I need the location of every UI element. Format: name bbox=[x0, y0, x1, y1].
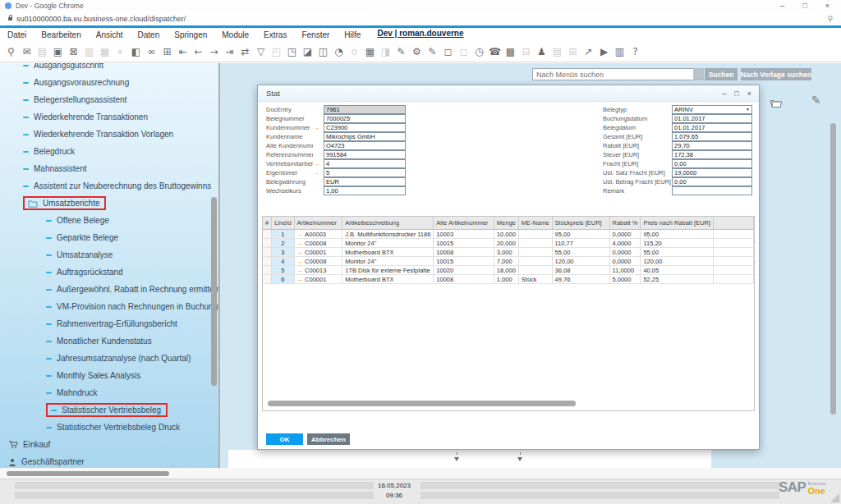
document-calculator-icon[interactable]: ▥ bbox=[612, 46, 627, 57]
browser-close-button[interactable]: × bbox=[825, 2, 830, 10]
sidebar-item-assistent-zur-neuberechnung-des-bruttogewinns[interactable]: Assistent zur Neuberechnung des Bruttoge… bbox=[0, 177, 218, 195]
link-arrow-icon[interactable]: → bbox=[297, 267, 304, 274]
sidebar-item-belegdruck[interactable]: Belegdruck bbox=[0, 143, 218, 160]
table-horizontal-scrollbar[interactable] bbox=[268, 401, 576, 406]
menu-fenster[interactable]: Fenster bbox=[294, 30, 337, 39]
user-icon[interactable]: ♟ bbox=[534, 46, 549, 57]
sidebar-horizontal-scrollbar[interactable] bbox=[7, 471, 169, 476]
refresh-icon[interactable]: ⇄ bbox=[237, 46, 253, 57]
previous-record-icon[interactable]: ← bbox=[191, 46, 206, 57]
field-input-ust-betrag-fracht-eur[interactable]: 0,00 bbox=[672, 177, 752, 186]
field-input-kundennummer[interactable]: C23900 bbox=[324, 123, 406, 132]
field-input-vertriebsmitarbeiter[interactable]: 4 bbox=[324, 159, 406, 168]
column-header-rabatt[interactable]: Rabatt % bbox=[609, 217, 641, 230]
menu-search-input[interactable] bbox=[532, 68, 696, 80]
sidebar-item-offene-belege[interactable]: Offene Belege bbox=[0, 212, 218, 229]
field-input-buchungsdatum[interactable]: 01.01.2017 bbox=[672, 114, 752, 123]
document-journal-icon[interactable]: ◪ bbox=[300, 46, 315, 57]
link-arrow-icon[interactable]: → bbox=[297, 276, 304, 283]
column-header-artikelnummer[interactable]: Artikelnummer bbox=[294, 217, 342, 230]
sidebar-item-statistischer-vertriebsbeleg-druck[interactable]: Statistischer Vertriebsbeleg Druck bbox=[0, 419, 218, 436]
sidebar-item-jahresumsatzanalyse-nach-quartal[interactable]: Jahresumsatzanalyse (nach Quartal) bbox=[0, 350, 218, 367]
field-input-belegdatum[interactable]: 01.01.2017 bbox=[672, 123, 752, 132]
sidebar-item-vm-provision-nach-rechnungen-in-buchungsdatum[interactable]: VM-Provision nach Rechnungen in Buchungs… bbox=[0, 298, 218, 315]
sidebar-item-ausgangsgutschrift[interactable]: Ausgangsgutschrift bbox=[0, 63, 218, 74]
table-view-icon[interactable]: ▦ bbox=[362, 46, 378, 57]
copy-icon[interactable]: ▣ bbox=[50, 46, 66, 57]
field-input-fracht-eur[interactable]: 0,00 bbox=[672, 159, 752, 168]
link-arrow-icon[interactable]: → bbox=[313, 169, 324, 176]
document-clock-icon[interactable]: ◷ bbox=[471, 46, 487, 57]
sidebar-item-belegerstellungsassistent[interactable]: Belegerstellungsassistent bbox=[0, 91, 218, 108]
link-arrow-icon[interactable]: → bbox=[297, 240, 304, 247]
url-text[interactable]: su010000000.ba.eu.business-one.cloud/dis… bbox=[16, 15, 186, 23]
document-settings-icon[interactable]: ◳ bbox=[284, 46, 300, 57]
export-icon[interactable]: ↗ bbox=[581, 46, 596, 57]
sidebar-item-wiederkehrende-transaktion-vorlagen[interactable]: Wiederkehrende Transaktion Vorlagen bbox=[0, 126, 218, 143]
field-input-gesamt-eur[interactable]: 1.079,65 bbox=[672, 132, 752, 141]
zoom-icon[interactable]: ⚲ bbox=[827, 15, 833, 23]
menu-bearbeiten[interactable]: Bearbeiten bbox=[34, 30, 88, 39]
document-phone-icon[interactable]: ☎ bbox=[487, 46, 503, 57]
field-input-belegtyp[interactable]: ARINV▼ bbox=[672, 105, 752, 114]
link-arrow-icon[interactable]: → bbox=[297, 258, 304, 265]
export-excel-icon[interactable]: ⊠ bbox=[66, 46, 81, 57]
find-form-icon[interactable]: ⚲ bbox=[3, 46, 19, 57]
chevron-down-icon[interactable]: ▼ bbox=[746, 106, 750, 113]
link-arrow-icon[interactable]: → bbox=[313, 124, 324, 131]
table-row-5[interactable]: 5→C000131TB Disk für externe Festplatte1… bbox=[263, 266, 754, 275]
sidebar-item-gesch-ftspartner[interactable]: Geschäftspartner bbox=[0, 453, 218, 468]
dialog-close-button[interactable]: × bbox=[747, 89, 751, 98]
sidebar-item-umsatzanalyse[interactable]: Umsatzanalyse bbox=[0, 246, 218, 263]
field-input-eigent-mer[interactable]: 5 bbox=[324, 168, 406, 177]
field-input-remark[interactable] bbox=[672, 186, 752, 195]
last-record-icon[interactable]: ⇥ bbox=[222, 46, 237, 57]
field-input-ust-satz-fracht-eur[interactable]: 19,0000 bbox=[672, 168, 752, 177]
table-row-1[interactable]: 1→A00003J.B. Multifunktionsdrucker 11861… bbox=[263, 230, 754, 239]
link-arrow-icon[interactable]: → bbox=[313, 160, 324, 167]
menu-springen[interactable]: Springen bbox=[167, 30, 214, 39]
menu-hilfe[interactable]: Hilfe bbox=[337, 30, 368, 39]
session-label[interactable]: Dev | roman.douverne bbox=[377, 29, 463, 38]
browser-urlbar[interactable]: su010000000.ba.eu.business-one.cloud/dis… bbox=[0, 11, 841, 26]
add-record-icon[interactable]: ⊞ bbox=[159, 46, 175, 57]
resize-grip[interactable] bbox=[830, 493, 839, 502]
field-input-alte-kundennummer[interactable]: O4723 bbox=[324, 141, 406, 150]
link-arrow-icon[interactable]: → bbox=[297, 249, 304, 256]
column-header-artikelbeschreibung[interactable]: Artikelbeschreibung bbox=[342, 217, 434, 230]
content-vertical-scrollbar[interactable] bbox=[830, 123, 836, 415]
browser-minimize-button[interactable]: – bbox=[780, 2, 784, 10]
field-input-belegnummer[interactable]: 7000025 bbox=[324, 114, 406, 123]
mail-icon[interactable]: ✉ bbox=[19, 46, 34, 57]
layout-designer-icon[interactable]: ◧ bbox=[128, 46, 144, 57]
sidebar-item-monthly-sales-analysis[interactable]: Monthly Sales Analysis bbox=[0, 367, 218, 384]
dialog-maximize-button[interactable]: □ bbox=[734, 89, 738, 98]
table-row-6[interactable]: 6→C00001Motherboard BTX100081,000Stück49… bbox=[263, 275, 754, 284]
field-input-kundenname[interactable]: Mikrochips GmbH bbox=[324, 132, 406, 141]
search-input-dropdown-button[interactable] bbox=[693, 68, 704, 80]
sidebar-item-mahnassistent[interactable]: Mahnassistent bbox=[0, 160, 218, 177]
sidebar-item-geparkte-belege[interactable]: Geparkte Belege bbox=[0, 229, 218, 246]
column-header-alte-artikelnummer[interactable]: Alte Artikelnummer bbox=[434, 217, 494, 230]
menu-datei[interactable]: Datei bbox=[0, 30, 34, 39]
menu-daten[interactable]: Daten bbox=[131, 30, 168, 39]
field-input-referenznummer[interactable]: 991584 bbox=[324, 150, 406, 159]
column-header-preis-nach-rabatt-eur[interactable]: Preis nach Rabatt [EUR] bbox=[641, 217, 714, 230]
table-row-4[interactable]: 4→C00008Monitor 24"100157,000120,000,000… bbox=[263, 257, 754, 266]
sidebar-item-umsatzberichte[interactable]: Umsatzberichte bbox=[0, 195, 218, 212]
form-settings-icon[interactable]: ⚙ bbox=[409, 46, 425, 57]
column-header-st-ckpreis-eur[interactable]: Stückpreis [EUR] bbox=[552, 217, 609, 230]
document-lock-icon[interactable]: ◫ bbox=[315, 46, 331, 57]
sidebar-item-mahndruck[interactable]: Mahndruck bbox=[0, 384, 218, 401]
next-record-icon[interactable]: → bbox=[206, 46, 222, 57]
table-row-2[interactable]: 2→C00008Monitor 24"1001520,000110,774,00… bbox=[263, 239, 754, 248]
search-by-template-button[interactable]: Nach Vorlage suchen bbox=[741, 68, 811, 80]
sidebar-item-auftragsr-ckstand[interactable]: Auftragsrückstand bbox=[0, 263, 218, 281]
edit-document-icon[interactable]: ✎ bbox=[425, 46, 440, 57]
find-icon[interactable]: ∞ bbox=[144, 46, 159, 57]
sidebar-item-au-ergew-hnl-rabatt-in-rechnung-ermitteln[interactable]: Außergewöhnl. Rabatt in Rechnung ermitte… bbox=[0, 281, 218, 298]
edit-icon[interactable]: ✎ bbox=[393, 46, 409, 57]
filter-icon[interactable]: ▽ bbox=[253, 46, 269, 57]
dialog-titlebar[interactable]: Stat – □ × bbox=[258, 85, 759, 102]
open-folder-icon[interactable] bbox=[769, 97, 783, 112]
